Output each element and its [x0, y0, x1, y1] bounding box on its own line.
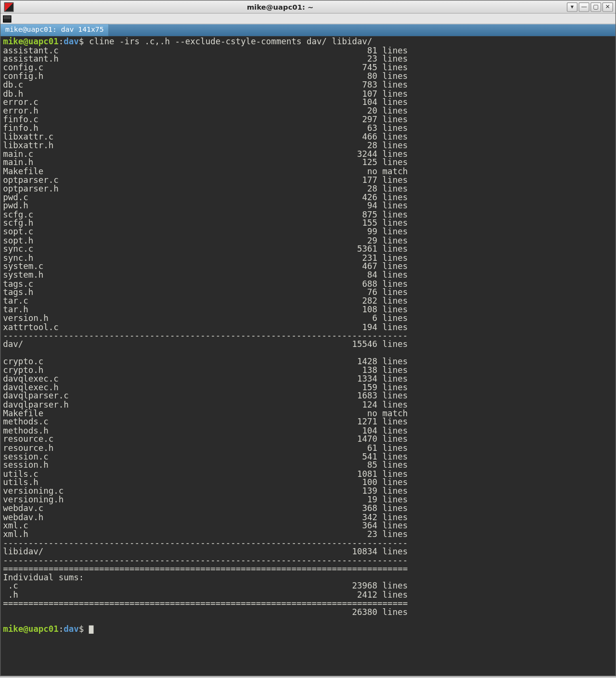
output-line: tar.h 108 lines: [3, 305, 613, 314]
output-line: libxattr.h 28 lines: [3, 141, 613, 150]
output-line: sync.c 5361 lines: [3, 245, 613, 254]
stick-button[interactable]: ▾: [567, 2, 578, 12]
command-text: cline -irs .c,.h --exclude-cstyle-commen…: [89, 37, 372, 46]
output-line: xml.h 23 lines: [3, 530, 613, 538]
tab-bar[interactable]: mike@uapc01: dav 141x75: [0, 24, 616, 36]
output-line: resource.c 1470 lines: [3, 435, 613, 444]
output-line: crypto.h 138 lines: [3, 366, 613, 374]
output-line: sync.h 231 lines: [3, 254, 613, 262]
tab-terminal[interactable]: mike@uapc01: dav 141x75: [0, 24, 109, 36]
close-button[interactable]: ✕: [603, 2, 613, 12]
output-line: Makefile no match: [3, 409, 613, 418]
separator-eq: ========================================…: [3, 599, 613, 608]
output-line: config.c 745 lines: [3, 63, 613, 72]
output-line: Makefile no match: [3, 167, 613, 176]
output-line: webdav.c 368 lines: [3, 504, 613, 512]
titlebar[interactable]: mike@uapc01: ~ ▾ — ▢ ✕: [0, 0, 616, 13]
menu-icon[interactable]: [3, 15, 11, 22]
output-line: davqlexec.h 159 lines: [3, 383, 613, 392]
output-line: error.c 104 lines: [3, 98, 613, 106]
output-line: version.h 6 lines: [3, 314, 613, 322]
blank-line: [3, 348, 613, 357]
output-line: resource.h 61 lines: [3, 444, 613, 452]
individual-sums-label: Individual sums:: [3, 573, 613, 582]
output-line: scfg.c 875 lines: [3, 210, 613, 219]
cursor: [89, 626, 94, 634]
output-line: optparser.c 177 lines: [3, 176, 613, 184]
output-line: sopt.c 99 lines: [3, 228, 613, 236]
grand-total-line: 26380 lines: [3, 608, 613, 616]
output-line: finfo.c 297 lines: [3, 115, 613, 124]
output-line: versioning.c 139 lines: [3, 487, 613, 496]
separator-dash: ----------------------------------------…: [3, 538, 613, 547]
output-line: pwd.c 426 lines: [3, 193, 613, 202]
maximize-button[interactable]: ▢: [590, 2, 601, 12]
output-line: davqlparser.h 124 lines: [3, 400, 613, 409]
output-line: config.h 80 lines: [3, 72, 613, 80]
output-line: system.h 84 lines: [3, 271, 613, 280]
output-line: webdav.h 342 lines: [3, 512, 613, 521]
prompt-line: mike@uapc01:dav$: [3, 625, 613, 634]
output-line: session.h 85 lines: [3, 461, 613, 470]
output-line: main.c 3244 lines: [3, 150, 613, 158]
subtotal-line: libidav/ 10834 lines: [3, 547, 613, 556]
output-line: tags.c 688 lines: [3, 279, 613, 288]
prompt-line: mike@uapc01:dav$ cline -irs .c,.h --excl…: [3, 38, 613, 46]
output-line: assistant.c 81 lines: [3, 46, 613, 55]
window-title: mike@uapc01: ~: [5, 3, 555, 11]
output-line: xml.c 364 lines: [3, 521, 613, 530]
output-line: assistant.h 23 lines: [3, 54, 613, 63]
output-line: session.c 541 lines: [3, 452, 613, 461]
terminal-window: mike@uapc01: ~ ▾ — ▢ ✕ mike@uapc01: dav …: [0, 0, 616, 677]
output-line: tags.h 76 lines: [3, 288, 613, 296]
separator-eq: ========================================…: [3, 564, 613, 573]
output-line: davqlparser.c 1683 lines: [3, 392, 613, 400]
output-line: versioning.h 19 lines: [3, 496, 613, 504]
sum-line: .h 2412 lines: [3, 590, 613, 599]
output-line: finfo.h 63 lines: [3, 124, 613, 132]
output-line: davqlexec.c 1334 lines: [3, 374, 613, 383]
output-line: error.h 20 lines: [3, 106, 613, 115]
subtotal-line: dav/ 15546 lines: [3, 340, 613, 348]
output-line: tar.c 282 lines: [3, 296, 613, 305]
output-line: db.h 107 lines: [3, 89, 613, 98]
output-line: scfg.h 155 lines: [3, 219, 613, 228]
window-controls: ▾ — ▢ ✕: [567, 2, 616, 12]
output-line: system.c 467 lines: [3, 262, 613, 271]
output-line: optparser.h 28 lines: [3, 184, 613, 193]
output-line: xattrtool.c 194 lines: [3, 322, 613, 331]
separator-dash: ----------------------------------------…: [3, 331, 613, 340]
output-line: db.c 783 lines: [3, 80, 613, 89]
output-line: utils.c 1081 lines: [3, 470, 613, 478]
blank-line: [3, 616, 613, 625]
sum-line: .c 23968 lines: [3, 582, 613, 590]
separator-dash: ----------------------------------------…: [3, 556, 613, 564]
output-line: crypto.c 1428 lines: [3, 357, 613, 366]
output-line: libxattr.c 466 lines: [3, 132, 613, 141]
minimize-button[interactable]: —: [578, 2, 589, 12]
menubar[interactable]: [0, 13, 616, 24]
output-line: methods.h 104 lines: [3, 426, 613, 435]
output-line: pwd.h 94 lines: [3, 202, 613, 210]
output-line: main.h 125 lines: [3, 158, 613, 167]
output-line: methods.c 1271 lines: [3, 418, 613, 426]
terminal-output[interactable]: mike@uapc01:dav$ cline -irs .c,.h --excl…: [0, 36, 616, 676]
output-line: utils.h 100 lines: [3, 478, 613, 487]
output-line: sopt.h 29 lines: [3, 236, 613, 245]
